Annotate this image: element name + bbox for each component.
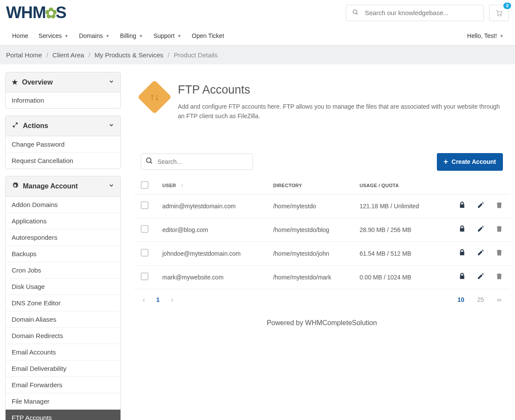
nav-open-ticket[interactable]: Open Ticket — [186, 26, 229, 45]
edit-icon[interactable] — [477, 273, 484, 282]
panel-overview: ★ Overview Information — [5, 72, 121, 109]
row-checkbox[interactable] — [141, 201, 148, 209]
trash-icon[interactable] — [496, 273, 503, 282]
chevron-down-icon: ▼ — [64, 34, 69, 38]
breadcrumb-link[interactable]: Portal Home — [6, 51, 42, 59]
sidebar-item-information[interactable]: Information — [6, 92, 120, 108]
panel-actions-title: Actions — [23, 122, 48, 130]
pager-next[interactable]: › — [171, 295, 174, 304]
sidebar: ★ Overview Information Actions Change Pa… — [5, 72, 121, 420]
gear-icon: ✿ — [45, 4, 57, 22]
page-size-10[interactable]: 10 — [458, 296, 464, 303]
table-search[interactable] — [141, 154, 253, 170]
col-directory[interactable]: DIRECTORY — [266, 177, 353, 194]
nav-home[interactable]: Home — [6, 26, 33, 45]
sidebar-item-cron-jobs[interactable]: Cron Jobs — [6, 262, 120, 278]
row-checkbox[interactable] — [141, 225, 148, 233]
select-all-checkbox[interactable] — [141, 181, 148, 189]
page-size-25[interactable]: 25 — [477, 296, 484, 303]
navbar: HomeServices▼Domains▼Billing▼Support▼Ope… — [0, 26, 515, 46]
trash-icon[interactable] — [496, 225, 503, 235]
nav-support[interactable]: Support▼ — [148, 26, 186, 45]
panel-manage-head[interactable]: Manage Account — [6, 176, 120, 197]
table-row: admin@mytestdomain.com/home/mytestdo121.… — [134, 194, 510, 218]
panel-manage: Manage Account Addon DomainsApplications… — [5, 176, 121, 420]
logo[interactable]: WHM ✿ S — [6, 3, 66, 22]
cell-usage: 28.90 MB / 256 MB — [353, 218, 441, 241]
page-header: ↑↓ FTP Accounts Add and configure FTP ac… — [134, 72, 510, 134]
svg-point-4 — [146, 158, 151, 163]
nav-domains[interactable]: Domains▼ — [74, 26, 115, 45]
svg-point-3 — [500, 15, 501, 16]
edit-icon[interactable] — [477, 201, 484, 211]
panel-overview-head[interactable]: ★ Overview — [6, 72, 120, 92]
breadcrumb-link[interactable]: Client Area — [53, 51, 84, 59]
cell-usage: 121.18 MB / Unlimited — [353, 194, 441, 218]
search-input[interactable] — [365, 9, 483, 16]
cell-user: editor@blog.com — [155, 218, 266, 241]
pager-prev[interactable]: ‹ — [142, 295, 145, 304]
sidebar-item-backups[interactable]: Backups — [6, 245, 120, 262]
edit-icon[interactable] — [477, 225, 484, 235]
page-size-∞[interactable]: ∞ — [497, 296, 501, 303]
sidebar-item-email-accounts[interactable]: Email Accounts — [6, 344, 120, 360]
trash-icon[interactable] — [496, 201, 503, 211]
knowledgebase-search[interactable] — [346, 5, 484, 21]
cell-directory: /home/mytestdo/mark — [266, 265, 353, 289]
chevron-down-icon — [108, 78, 114, 86]
user-menu[interactable]: Hello, Test! ▼ — [462, 26, 509, 45]
chevron-down-icon — [108, 122, 114, 130]
main-content: ↑↓ FTP Accounts Add and configure FTP ac… — [134, 72, 510, 420]
sidebar-item-disk-usage[interactable]: Disk Usage — [6, 278, 120, 295]
cell-directory: /home/mytestdo — [266, 194, 353, 218]
ftp-accounts-table: USER ↑ DIRECTORY USAGE / QUOTA admin@myt… — [134, 177, 510, 289]
sidebar-item-email-deliverability[interactable]: Email Deliverability — [6, 360, 120, 376]
cart-badge: 0 — [503, 3, 511, 9]
nav-billing[interactable]: Billing▼ — [115, 26, 148, 45]
sidebar-item-domain-redirects[interactable]: Domain Redirects — [6, 327, 120, 344]
lock-icon[interactable] — [458, 273, 466, 282]
table-row: editor@blog.com/home/mytestdo/blog28.90 … — [134, 218, 510, 241]
star-icon: ★ — [12, 78, 18, 86]
edit-icon[interactable] — [477, 249, 484, 258]
col-usage[interactable]: USAGE / QUOTA — [353, 177, 441, 194]
svg-point-0 — [353, 9, 357, 13]
row-checkbox[interactable] — [141, 273, 148, 280]
col-user[interactable]: USER ↑ — [155, 177, 266, 194]
pager-current[interactable]: 1 — [156, 296, 160, 303]
create-button-label: Create Account — [452, 158, 496, 165]
chevron-down-icon: ▼ — [499, 34, 504, 38]
row-checkbox[interactable] — [141, 249, 148, 257]
sidebar-item-addon-domains[interactable]: Addon Domains — [6, 197, 120, 213]
panel-manage-title: Manage Account — [23, 182, 78, 190]
sidebar-item-change-password[interactable]: Change Password — [6, 136, 120, 152]
cell-user: johndoe@mytestdomain.com — [155, 241, 266, 265]
cell-usage: 61.54 MB / 512 MB — [353, 241, 441, 265]
sidebar-item-file-manager[interactable]: File Manager — [6, 393, 120, 409]
table-search-input[interactable] — [158, 158, 253, 165]
sidebar-item-ftp-accounts[interactable]: FTP Accounts — [6, 409, 120, 420]
svg-point-2 — [498, 15, 499, 16]
lock-icon[interactable] — [458, 249, 466, 258]
breadcrumb-current: Product Details — [174, 51, 218, 59]
breadcrumb-link[interactable]: My Products & Services — [95, 51, 163, 59]
sidebar-item-email-forwarders[interactable]: Email Forwarders — [6, 376, 120, 393]
lock-icon[interactable] — [458, 201, 466, 211]
nav-services[interactable]: Services▼ — [33, 26, 74, 45]
sidebar-item-autoresponders[interactable]: Autoresponders — [6, 229, 120, 245]
user-greeting: Hello, Test! — [467, 32, 497, 39]
search-icon — [346, 9, 365, 17]
sidebar-item-request-cancellation[interactable]: Request Cancellation — [6, 152, 120, 169]
panel-actions: Actions Change PasswordRequest Cancellat… — [5, 116, 121, 169]
sidebar-item-dns-zone-editor[interactable]: DNS Zone Editor — [6, 295, 120, 311]
create-account-button[interactable]: + Create Account — [437, 153, 503, 171]
trash-icon[interactable] — [496, 249, 503, 258]
lock-icon[interactable] — [458, 225, 466, 235]
page-title: FTP Accounts — [178, 83, 501, 97]
sidebar-item-domain-aliases[interactable]: Domain Aliases — [6, 311, 120, 327]
logo-text-2: S — [56, 3, 66, 22]
sidebar-item-applications[interactable]: Applications — [6, 213, 120, 229]
chevron-down-icon — [108, 182, 114, 190]
panel-actions-head[interactable]: Actions — [6, 116, 120, 136]
cart-button[interactable]: 0 — [489, 5, 509, 21]
